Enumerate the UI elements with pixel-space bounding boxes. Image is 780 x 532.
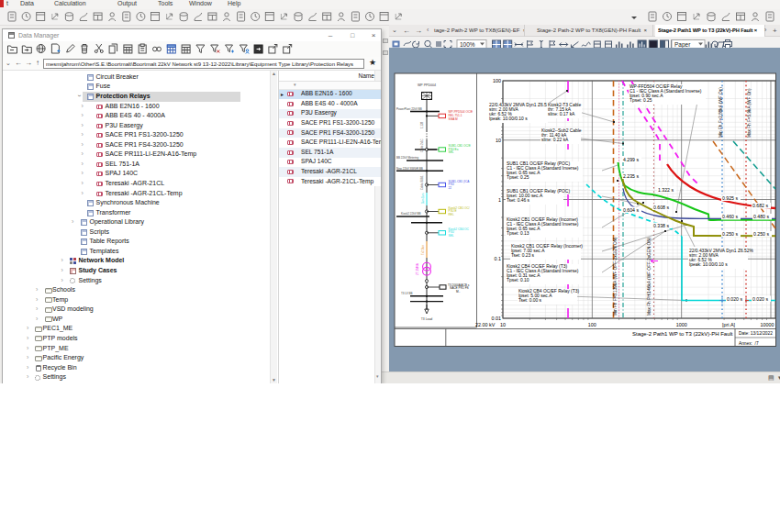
svg-text:Ipeak: 10.00/0.10 s: Ipeak: 10.00/0.10 s (489, 116, 528, 121)
svg-text:100%: 100% (460, 41, 475, 48)
svg-text:1000: 1000 (676, 322, 687, 327)
svg-text:New 22kV SWGR BB: New 22kV SWGR BB (396, 167, 423, 171)
svg-text:0.608 s: 0.608 s (653, 205, 669, 210)
svg-text:0.925 s: 0.925 s (722, 195, 738, 201)
svg-text:WP PPD004: WP PPD004 (418, 83, 436, 87)
svg-text:SMA M: SMA M (449, 117, 459, 121)
svg-text:Tpset: 0.25: Tpset: 0.25 (630, 98, 652, 103)
svg-text:[pri.A]: [pri.A] (722, 322, 736, 327)
svg-text:Max Fh PH0.46kA (WF OFF-2xGEN: Max Fh PH0.46kA (WF OFF-2xGEN ON) (647, 237, 652, 316)
svg-text:Tpset: 0.13: Tpset: 0.13 (507, 231, 529, 236)
svg-text:Cable-SUB1: Cable-SUB1 (420, 175, 424, 190)
svg-text:sline: 0.17 kA: sline: 0.17 kA (548, 112, 575, 116)
svg-text:100: 100 (588, 322, 596, 327)
svg-text:2.235 s: 2.235 s (623, 173, 639, 179)
svg-text:5km 1km: 5km 1km (421, 193, 425, 204)
svg-text:0.020 s: 0.020 s (752, 296, 768, 302)
svg-text:1.322 s: 1.322 s (658, 187, 674, 193)
svg-text:Cable 2x1C: Cable 2x1C (420, 139, 424, 152)
svg-text:10000: 10000 (761, 322, 774, 327)
svg-text:2T 2MVA: 2T 2MVA (416, 262, 419, 275)
svg-text:22: 22 (449, 186, 452, 190)
svg-text:4.299 s: 4.299 s (623, 157, 639, 162)
svg-text:Tx2 2km: Tx2 2km (421, 245, 425, 255)
svg-text:Max Fh F=5.9kA (WF On): Max Fh F=5.9kA (WF On) (747, 88, 752, 138)
svg-text:0.682 s: 0.682 s (752, 203, 768, 208)
svg-text:Stage-2 Path1 WP to T3 (22kV)-: Stage-2 Path1 WP to T3 (22kV)-PH Fault (632, 331, 733, 337)
svg-text:Kiosk2 22kV BB: Kiosk2 22kV BB (401, 212, 421, 216)
svg-text:Date: 13/12/2022: Date: 13/12/2022 (739, 331, 773, 336)
svg-text:0.604 s: 0.604 s (623, 207, 639, 213)
svg-text:100: 100 (493, 78, 501, 83)
svg-text:1.128: 1.128 (420, 122, 424, 128)
svg-text:Tset: 0.46 s: Tset: 0.46 s (507, 198, 530, 203)
svg-text:0.250 s: 0.250 s (722, 231, 738, 237)
svg-text:SEL: SEL (449, 150, 454, 154)
svg-text:sline: 0.22 kA: sline: 0.22 kA (541, 138, 569, 142)
svg-text:0.020 s: 0.020 s (727, 296, 742, 302)
svg-text:REL: REL (449, 213, 454, 216)
svg-text:PowerPlant 22kV BB: PowerPlant 22kV BB (396, 107, 422, 111)
svg-text:Tset: 0.00 s: Tset: 0.00 s (518, 298, 542, 303)
svg-text:0.460 s: 0.460 s (722, 214, 738, 219)
svg-text:M..: M.. (456, 290, 461, 294)
svg-text:0.1: 0.1 (495, 256, 502, 261)
svg-text:Min Fh F=2.88kA (WF On): Min Fh F=2.88kA (WF On) (719, 87, 723, 138)
svg-text:0.250 s: 0.250 s (753, 231, 769, 237)
svg-text:10: 10 (500, 322, 506, 327)
svg-text:Annex: /7: Annex: /7 (739, 341, 759, 346)
svg-text:Min Fh F=8.139kA (WF OFF-2xGEN: Min Fh F=8.139kA (WF OFF-2xGEN ON) (613, 237, 618, 316)
svg-text:0.338 s: 0.338 s (653, 223, 669, 228)
svg-text:SEL: SEL (449, 234, 454, 238)
svg-text:T3 Load: T3 Load (421, 317, 433, 321)
svg-text:Ipeak: 10.00/0.10 s: Ipeak: 10.00/0.10 s (689, 262, 728, 267)
svg-text:Tset: 0.23 s: Tset: 0.23 s (511, 253, 535, 258)
svg-text:Tpset: 0.25: Tpset: 0.25 (507, 175, 529, 180)
svg-text:0.480 s: 0.480 s (753, 214, 769, 219)
svg-text:0.01: 0.01 (492, 316, 502, 321)
svg-text:BB 22kV Metering: BB 22kV Metering (396, 156, 419, 160)
svg-text:10: 10 (496, 138, 501, 143)
svg-text:Tpset: 0.10: Tpset: 0.10 (507, 278, 529, 283)
svg-text:T3 LV BB: T3 LV BB (401, 292, 413, 295)
svg-text:1: 1 (498, 197, 501, 203)
svg-text:22.00 kV: 22.00 kV (475, 322, 496, 327)
